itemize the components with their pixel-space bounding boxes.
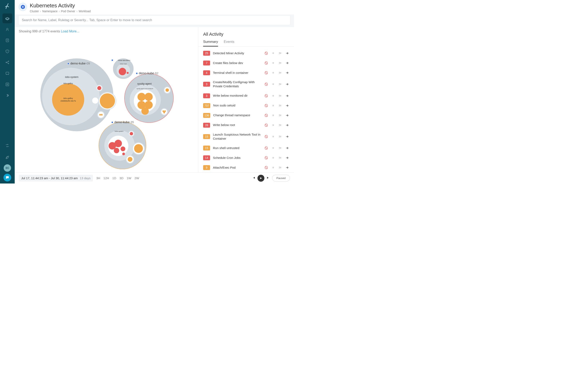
equals-icon[interactable]: =	[271, 82, 275, 86]
tab-events[interactable]: Events	[224, 40, 234, 47]
equals-icon[interactable]: =	[271, 51, 275, 55]
summary-row[interactable]: 3 Write below monitored dir = !=	[198, 91, 294, 101]
nav-insights[interactable]	[2, 25, 12, 34]
breadcrumb-pod-owner[interactable]: Pod Owner	[61, 9, 75, 13]
not-equals-icon[interactable]: !=	[278, 166, 282, 170]
block-icon[interactable]	[264, 156, 268, 160]
breadcrumb-workload[interactable]: Workload	[79, 9, 91, 13]
equals-icon[interactable]: =	[271, 156, 275, 160]
not-equals-icon[interactable]: !=	[278, 94, 282, 98]
equals-icon[interactable]: =	[271, 166, 275, 170]
nav-expand[interactable]	[2, 91, 12, 100]
block-icon[interactable]	[264, 51, 268, 55]
block-icon[interactable]	[264, 123, 268, 127]
summary-row[interactable]: 15 Launch Suspicious Network Tool in Con…	[198, 130, 294, 143]
summary-row[interactable]: 7 Create files below dev = !=	[198, 58, 294, 68]
support-chat[interactable]	[3, 174, 11, 182]
arrow-right-icon[interactable]	[285, 146, 289, 150]
arrow-right-icon[interactable]	[285, 94, 289, 98]
block-icon[interactable]	[264, 166, 268, 170]
time-quick-2w[interactable]: 2W	[135, 176, 139, 180]
arrow-right-icon[interactable]	[285, 82, 289, 86]
block-icon[interactable]	[264, 104, 268, 108]
not-equals-icon[interactable]: !=	[278, 82, 282, 86]
arrow-right-icon[interactable]	[285, 134, 289, 139]
equals-icon[interactable]: =	[271, 94, 275, 98]
summary-row[interactable]: 28 Write below root = !=	[198, 120, 294, 130]
nav-activity[interactable]	[2, 13, 12, 23]
not-equals-icon[interactable]: !=	[278, 113, 282, 117]
arrow-right-icon[interactable]	[285, 51, 289, 55]
svg-point-24	[97, 86, 101, 90]
product-logo[interactable]	[4, 2, 11, 10]
equals-icon[interactable]: =	[271, 104, 275, 108]
equals-icon[interactable]: =	[271, 113, 275, 117]
tab-summary[interactable]: Summary	[203, 40, 218, 47]
block-icon[interactable]	[264, 113, 268, 117]
svg-rect-1	[6, 39, 9, 42]
svg-point-16	[52, 83, 84, 116]
arrow-right-icon[interactable]	[285, 113, 289, 117]
nav-compliance[interactable]	[2, 47, 12, 56]
bubble-chart[interactable]: demo-kube-09istio-systemistio-galleyisti…	[15, 34, 198, 173]
pause-state-button[interactable]: Paused	[272, 175, 290, 182]
block-icon[interactable]	[264, 146, 268, 150]
block-icon[interactable]	[264, 71, 268, 75]
summary-row[interactable]: 737 Non sudo setuid = !=	[198, 101, 294, 110]
block-icon[interactable]	[264, 61, 268, 65]
play-button[interactable]	[258, 175, 264, 182]
summary-row[interactable]: 15 Run shell untrusted = !=	[198, 143, 294, 153]
time-range-text[interactable]: Jul 17, 11:44:23 am - Jul 30, 11:44:23 a…	[21, 176, 78, 180]
arrow-right-icon[interactable]	[285, 166, 289, 170]
summary-row[interactable]: 9 Attach/Exec Pod = !=	[198, 163, 294, 173]
svg-point-38	[119, 68, 126, 75]
block-icon[interactable]	[264, 94, 268, 98]
not-equals-icon[interactable]: !=	[278, 61, 282, 65]
nav-events[interactable]	[2, 68, 12, 78]
equals-icon[interactable]: =	[271, 134, 275, 139]
summary-row[interactable]: 25 Detected Miner Activity = !=	[198, 48, 294, 58]
svg-point-27	[100, 93, 115, 109]
summary-row[interactable]: 14 Schedule Cron Jobs = !=	[198, 153, 294, 163]
arrow-right-icon[interactable]	[285, 61, 289, 65]
not-equals-icon[interactable]: !=	[278, 51, 282, 55]
breadcrumb-cluster[interactable]: Cluster	[30, 9, 39, 13]
not-equals-icon[interactable]: !=	[278, 156, 282, 160]
nav-network[interactable]	[2, 58, 12, 67]
nav-get-started[interactable]	[2, 152, 12, 162]
skip-back-button[interactable]	[252, 176, 255, 180]
block-icon[interactable]	[264, 82, 268, 86]
time-quick-3d[interactable]: 3D	[120, 176, 123, 180]
nav-captures[interactable]	[2, 80, 12, 89]
not-equals-icon[interactable]: !=	[278, 134, 282, 139]
breadcrumb-namespace[interactable]: Namespace	[42, 9, 58, 13]
arrow-right-icon[interactable]	[285, 156, 289, 160]
equals-icon[interactable]: =	[271, 61, 275, 65]
not-equals-icon[interactable]: !=	[278, 123, 282, 127]
equals-icon[interactable]: =	[271, 146, 275, 150]
nav-integrations[interactable]	[2, 141, 12, 150]
user-avatar[interactable]: EC	[4, 164, 11, 172]
not-equals-icon[interactable]: !=	[278, 71, 282, 75]
severity-badge: 4	[203, 70, 210, 75]
summary-row[interactable]: 4 Terminal shell in container = !=	[198, 68, 294, 78]
equals-icon[interactable]: =	[271, 123, 275, 127]
not-equals-icon[interactable]: !=	[278, 104, 282, 108]
time-quick-1d[interactable]: 1D	[112, 176, 116, 180]
search-input[interactable]	[18, 15, 290, 25]
arrow-right-icon[interactable]	[285, 104, 289, 108]
block-icon[interactable]	[264, 134, 268, 139]
arrow-right-icon[interactable]	[285, 123, 289, 127]
time-quick-12h[interactable]: 12H	[104, 176, 109, 180]
not-equals-icon[interactable]: !=	[278, 146, 282, 150]
skip-forward-button[interactable]	[267, 176, 270, 180]
summary-row[interactable]: 136 Change thread namespace = !=	[198, 110, 294, 120]
equals-icon[interactable]: =	[271, 71, 275, 75]
time-quick-3h[interactable]: 3H	[96, 176, 100, 180]
load-more-link[interactable]: Load More...	[61, 30, 79, 33]
severity-badge: 14	[203, 155, 210, 160]
time-quick-1w[interactable]: 1W	[127, 176, 131, 180]
arrow-right-icon[interactable]	[285, 71, 289, 75]
nav-policies[interactable]	[2, 35, 12, 45]
summary-row[interactable]: 3 Create/Modify Configmap With Private C…	[198, 78, 294, 91]
